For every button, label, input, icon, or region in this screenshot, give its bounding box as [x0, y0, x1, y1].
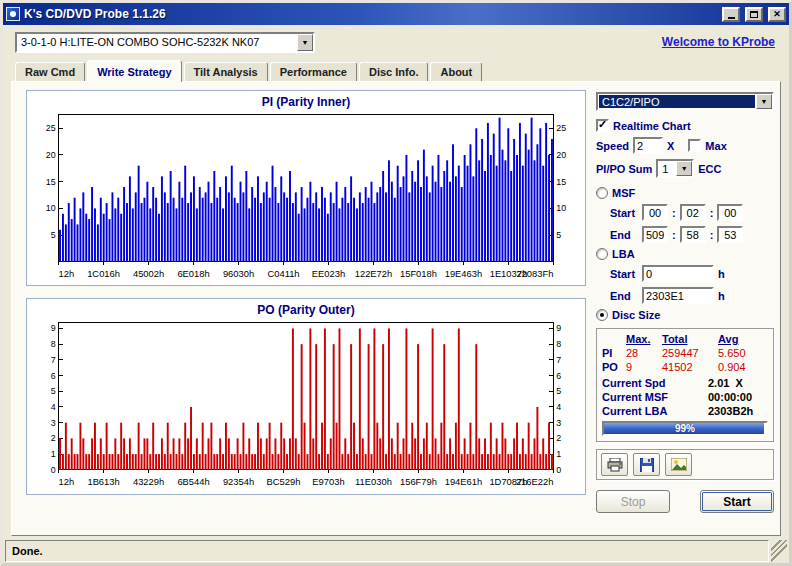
max-speed-checkbox[interactable]: [688, 139, 701, 152]
stats-row-label-po: PO: [602, 361, 626, 373]
svg-text:7: 7: [51, 355, 56, 365]
msf-start-row: Start : :: [596, 204, 774, 221]
chevron-down-icon[interactable]: ▼: [676, 161, 692, 176]
snapshot-button[interactable]: [665, 453, 692, 476]
status-bar: Done.: [5, 540, 787, 562]
pi-total-value: 259447: [662, 347, 718, 359]
stats-header-total: Total: [662, 333, 718, 345]
stats-header-avg: Avg: [718, 333, 768, 345]
stats-row-label-pi: PI: [602, 347, 626, 359]
drive-select-value: 3-0-1-0 H:LITE-ON COMBO SOHC-5232K NK07: [17, 34, 297, 51]
svg-text:15F018h: 15F018h: [400, 269, 437, 279]
disc-size-label: Disc Size: [612, 309, 660, 321]
speed-label: Speed: [596, 140, 629, 152]
stats-header-max: Max.: [626, 333, 662, 345]
max-speed-label: Max: [705, 140, 726, 152]
svg-text:BC529h: BC529h: [267, 477, 301, 487]
lba-start-input[interactable]: [642, 265, 714, 282]
lba-label: LBA: [612, 248, 635, 260]
svg-text:19E463h: 19E463h: [445, 269, 482, 279]
current-speed-row: Current Spd 2.01 X: [602, 377, 768, 389]
utility-button-group: [596, 449, 774, 480]
tab-bar: Raw Cmd Write Strategy Tilt Analysis Per…: [3, 59, 789, 81]
mode-select[interactable]: C1C2/PIPO ▼: [596, 92, 774, 111]
svg-text:2: 2: [556, 434, 561, 444]
realtime-chart-checkbox[interactable]: [596, 119, 609, 132]
lba-radio[interactable]: [596, 248, 608, 260]
msf-radio[interactable]: [596, 187, 608, 199]
current-lba-row: Current LBA 2303B2h: [602, 405, 768, 417]
svg-text:122E72h: 122E72h: [355, 269, 392, 279]
tab-tilt-analysis[interactable]: Tilt Analysis: [184, 62, 268, 81]
stop-button[interactable]: Stop: [596, 490, 670, 513]
svg-text:92354h: 92354h: [223, 477, 254, 487]
tab-label: Raw Cmd: [25, 66, 75, 78]
maximize-button[interactable]: [745, 7, 763, 22]
svg-text:5: 5: [51, 387, 56, 397]
lba-start-label: Start: [610, 268, 638, 280]
tab-about[interactable]: About: [430, 62, 482, 81]
current-lba-value: 2303B2h: [708, 405, 768, 417]
msf-radio-row: MSF: [596, 187, 774, 199]
pipo-sum-select[interactable]: 1 ▼: [656, 159, 694, 178]
start-button[interactable]: Start: [700, 490, 774, 513]
minimize-icon: [728, 17, 735, 19]
tab-raw-cmd[interactable]: Raw Cmd: [15, 62, 85, 81]
pi-avg-value: 5.650: [718, 347, 768, 359]
toolbar: 3-0-1-0 H:LITE-ON COMBO SOHC-5232K NK07 …: [3, 25, 789, 59]
svg-text:3: 3: [556, 418, 561, 428]
svg-text:12h: 12h: [59, 477, 75, 487]
current-msf-label: Current MSF: [602, 391, 708, 403]
hex-unit-label: h: [718, 290, 725, 302]
msf-start-sec[interactable]: [680, 204, 706, 221]
svg-text:C0411h: C0411h: [267, 269, 299, 279]
svg-text:4: 4: [556, 402, 561, 412]
tab-label: Disc Info.: [369, 66, 419, 78]
msf-end-min[interactable]: [642, 226, 668, 243]
lba-end-input[interactable]: [642, 287, 714, 304]
title-bar: K's CD/DVD Probe 1.1.26: [3, 3, 789, 25]
po-avg-value: 0.904: [718, 361, 768, 373]
svg-text:0: 0: [51, 465, 56, 475]
minimize-button[interactable]: [722, 7, 740, 22]
drive-select[interactable]: 3-0-1-0 H:LITE-ON COMBO SOHC-5232K NK07 …: [15, 32, 315, 53]
po-max-value: 9: [626, 361, 662, 373]
msf-end-sec[interactable]: [680, 226, 706, 243]
disc-size-radio[interactable]: [596, 309, 608, 321]
speed-input[interactable]: [633, 137, 663, 154]
charts-column: PI (Parity Inner) 55101015152020252512h1…: [26, 90, 586, 529]
svg-text:9: 9: [51, 324, 56, 334]
svg-text:15: 15: [556, 177, 566, 187]
msf-start-frame[interactable]: [717, 204, 743, 221]
mode-select-value: C1C2/PIPO: [599, 95, 755, 108]
ecc-label: ECC: [698, 163, 721, 175]
lba-end-label: End: [610, 290, 638, 302]
svg-text:10: 10: [556, 203, 566, 213]
welcome-link[interactable]: Welcome to KProbe: [662, 35, 775, 49]
svg-text:25: 25: [556, 123, 566, 133]
pipo-sum-row: PI/PO Sum 1 ▼ ECC: [596, 159, 774, 178]
msf-end-frame[interactable]: [717, 226, 743, 243]
chevron-down-icon[interactable]: ▼: [756, 94, 772, 109]
svg-text:194E61h: 194E61h: [445, 477, 482, 487]
current-msf-value: 00:00:00: [708, 391, 768, 403]
tab-disc-info[interactable]: Disc Info.: [359, 62, 429, 81]
tab-label: About: [440, 66, 472, 78]
chevron-down-icon[interactable]: ▼: [297, 34, 313, 51]
svg-text:3: 3: [51, 418, 56, 428]
tab-page-write-strategy: PI (Parity Inner) 55101015152020252512h1…: [11, 81, 781, 536]
close-button[interactable]: [768, 7, 786, 22]
msf-start-min[interactable]: [642, 204, 668, 221]
svg-text:20: 20: [46, 150, 56, 160]
svg-text:6B544h: 6B544h: [177, 477, 209, 487]
current-speed-label: Current Spd: [602, 377, 708, 389]
save-button[interactable]: [633, 453, 660, 476]
print-button[interactable]: [601, 453, 628, 476]
colon-separator: :: [710, 229, 714, 241]
resize-grip[interactable]: [771, 540, 787, 562]
app-window: K's CD/DVD Probe 1.1.26 3-0-1-0 H:LITE-O…: [0, 0, 792, 566]
pi-chart-panel: PI (Parity Inner) 55101015152020252512h1…: [26, 90, 586, 286]
tab-write-strategy[interactable]: Write Strategy: [87, 60, 181, 82]
tab-performance[interactable]: Performance: [270, 62, 357, 81]
po-chart-panel: PO (Parity Outer) 0011223344556677889912…: [26, 298, 586, 494]
